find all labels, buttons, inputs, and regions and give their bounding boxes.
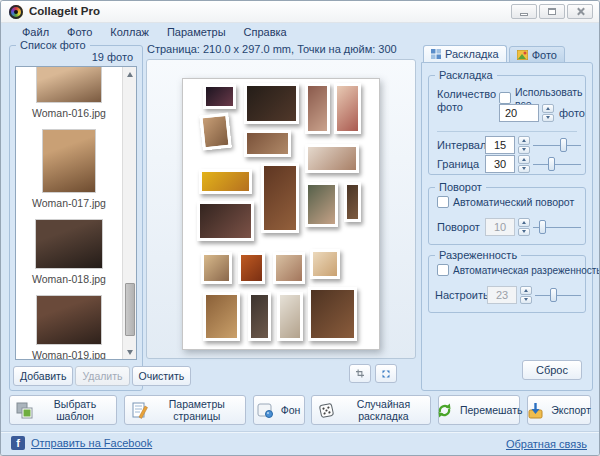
spin-down-button[interactable] bbox=[518, 146, 530, 155]
slider-track[interactable] bbox=[533, 164, 581, 165]
rotate-slider[interactable] bbox=[533, 219, 581, 235]
spin-up-button[interactable] bbox=[518, 136, 530, 145]
facebook-link[interactable]: Отправить на Facebook bbox=[31, 437, 152, 449]
collage-photo[interactable] bbox=[203, 84, 236, 108]
collage-photo[interactable] bbox=[238, 252, 265, 284]
arrow-down-icon bbox=[524, 298, 528, 301]
interval-label: Интервал bbox=[437, 139, 486, 151]
shuffle-label: Перемешать bbox=[460, 404, 522, 416]
scroll-down-button[interactable] bbox=[123, 345, 137, 359]
feedback-link[interactable]: Обратная связь bbox=[506, 438, 587, 450]
interval-value[interactable]: 15 bbox=[485, 136, 515, 154]
spin-down-button[interactable] bbox=[542, 114, 554, 123]
tab-photo[interactable]: Фото bbox=[509, 46, 565, 63]
border-spinner: 30 bbox=[485, 155, 530, 173]
spin-down-button[interactable] bbox=[518, 228, 530, 237]
add-photo-button[interactable]: Добавить bbox=[13, 366, 73, 386]
adjust-slider[interactable] bbox=[535, 287, 581, 303]
fit-page-icon bbox=[382, 367, 390, 381]
export-button[interactable]: Экспорт bbox=[527, 395, 591, 425]
collage-photo[interactable] bbox=[248, 292, 272, 341]
slider-thumb[interactable] bbox=[548, 157, 555, 171]
page-settings-icon bbox=[131, 402, 148, 419]
menu-options[interactable]: Параметры bbox=[160, 25, 233, 39]
border-slider[interactable] bbox=[533, 156, 581, 172]
slider-thumb[interactable] bbox=[550, 288, 557, 302]
close-button[interactable] bbox=[567, 4, 593, 19]
collage-photo[interactable] bbox=[199, 169, 252, 193]
close-icon bbox=[576, 7, 585, 16]
spin-up-button[interactable] bbox=[542, 104, 554, 113]
menu-photo[interactable]: Фото bbox=[60, 25, 99, 39]
spin-down-button[interactable] bbox=[520, 296, 532, 305]
spin-down-button[interactable] bbox=[518, 165, 530, 174]
background-button[interactable]: Фон bbox=[253, 395, 305, 425]
reset-button[interactable]: Сброс bbox=[522, 360, 582, 380]
auto-sparseness-checkbox[interactable] bbox=[437, 264, 449, 276]
page-settings-button[interactable]: Параметры страницы bbox=[124, 395, 246, 425]
collage-photo[interactable] bbox=[344, 182, 362, 223]
tab-layout[interactable]: Раскладка bbox=[423, 45, 507, 63]
collage-photo[interactable] bbox=[310, 249, 339, 279]
facebook-link-wrap[interactable]: f Отправить на Facebook bbox=[11, 436, 152, 450]
photo-icon bbox=[517, 50, 528, 60]
collage-photo[interactable] bbox=[277, 292, 302, 341]
collage-photo[interactable] bbox=[203, 292, 240, 341]
minimize-button[interactable] bbox=[511, 4, 537, 19]
use-all-checkbox[interactable] bbox=[499, 92, 511, 104]
menu-help[interactable]: Справка bbox=[237, 25, 294, 39]
collage-photo[interactable] bbox=[199, 113, 232, 151]
border-label: Граница bbox=[437, 158, 479, 170]
auto-rotation-checkbox[interactable] bbox=[437, 196, 449, 208]
collage-photo[interactable] bbox=[201, 252, 232, 284]
photo-count-label: 19 фото bbox=[92, 51, 133, 63]
random-layout-button[interactable]: Случайная раскладка bbox=[311, 395, 431, 425]
scroll-up-button[interactable] bbox=[123, 67, 137, 81]
rotation-group: Поворот Автоматический поворот Поворот 1… bbox=[428, 187, 586, 245]
menu-file[interactable]: Файл bbox=[15, 25, 56, 39]
collage-photo[interactable] bbox=[305, 182, 338, 228]
slider-track[interactable] bbox=[535, 295, 581, 296]
spin-up-button[interactable] bbox=[520, 286, 532, 295]
interval-slider[interactable] bbox=[533, 137, 581, 153]
spin-up-button[interactable] bbox=[518, 155, 530, 164]
slider-thumb[interactable] bbox=[560, 138, 567, 152]
photo-count-value[interactable]: 20 bbox=[499, 104, 539, 122]
clear-photos-button[interactable]: Очистить bbox=[132, 366, 192, 386]
list-item[interactable]: Woman-019.jpg bbox=[16, 293, 122, 359]
border-value[interactable]: 30 bbox=[485, 155, 515, 173]
menu-bar: Файл Фото Коллаж Параметры Справка bbox=[1, 23, 599, 41]
list-item[interactable]: Woman-016.jpg bbox=[16, 67, 122, 127]
crop-button[interactable] bbox=[349, 364, 371, 383]
list-item[interactable]: Woman-017.jpg bbox=[16, 127, 122, 217]
arrow-up-icon bbox=[522, 158, 526, 161]
collage-photo[interactable] bbox=[244, 83, 299, 124]
choose-template-button[interactable]: Выбрать шаблон bbox=[9, 395, 117, 425]
photo-thumbnail bbox=[43, 130, 95, 192]
collage-photo[interactable] bbox=[273, 252, 304, 284]
collage-photo[interactable] bbox=[334, 83, 361, 134]
list-item[interactable]: Woman-018.jpg bbox=[16, 217, 122, 293]
spin-up-button[interactable] bbox=[518, 218, 530, 227]
collage-photo[interactable] bbox=[308, 287, 357, 341]
slider-track[interactable] bbox=[533, 145, 581, 146]
slider-thumb[interactable] bbox=[539, 220, 546, 234]
auto-rotation-label: Автоматический поворот bbox=[453, 196, 574, 208]
list-scrollbar[interactable] bbox=[122, 67, 136, 359]
collage-photo[interactable] bbox=[305, 83, 330, 134]
collage-photo[interactable] bbox=[305, 144, 360, 174]
collage-photo[interactable] bbox=[197, 201, 254, 242]
shuffle-button[interactable]: Перемешать bbox=[438, 395, 520, 425]
window-controls bbox=[511, 4, 593, 19]
photo-thumbnail bbox=[37, 67, 101, 102]
menu-collage[interactable]: Коллаж bbox=[103, 25, 156, 39]
export-icon bbox=[527, 402, 544, 419]
collage-photo[interactable] bbox=[244, 130, 291, 157]
maximize-icon bbox=[548, 8, 556, 15]
shuffle-icon bbox=[436, 402, 453, 419]
fit-page-button[interactable] bbox=[375, 364, 397, 383]
scrollbar-thumb[interactable] bbox=[125, 283, 135, 336]
collage-photo[interactable] bbox=[261, 163, 298, 233]
maximize-button[interactable] bbox=[539, 4, 565, 19]
adjust-spinner: 23 bbox=[487, 286, 532, 304]
